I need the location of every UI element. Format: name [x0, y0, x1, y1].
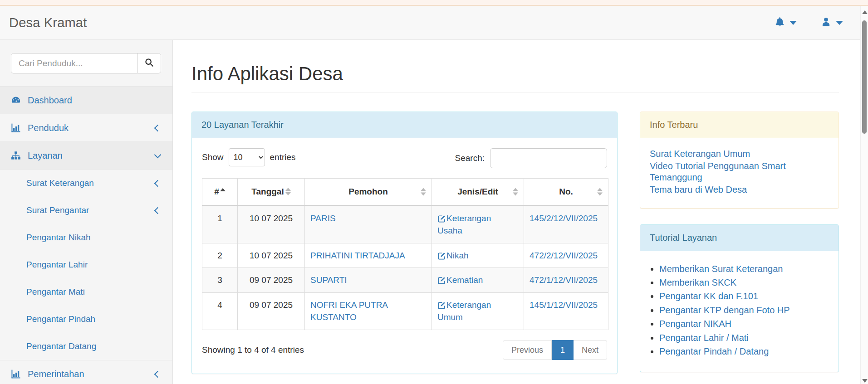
scrollbar-down-arrow-icon[interactable]: [862, 379, 868, 383]
tutorial-list-item: Pengantar KTP dengan Foto HP: [659, 303, 829, 317]
sidebar-item-pengantar-datang[interactable]: Pengantar Datang: [0, 333, 172, 360]
search-icon: [144, 58, 154, 69]
panel-layanan-terakhir: 20 Layanan Terakhir Show 10 entries Sear…: [191, 112, 618, 374]
table-search-control: Search:: [455, 148, 607, 168]
layanan-submenu: Surat Keterangan Surat Pengantar Pengant…: [0, 169, 172, 360]
sidebar-item-label: Pengantar Mati: [26, 287, 160, 297]
sidebar-item-pengantar-lahir[interactable]: Pengantar Lahir: [0, 251, 172, 278]
table-row: 2 10 07 2025 PRIHATINI TIRTADJAJA Nikah …: [202, 243, 608, 268]
datatable-footer: Showing 1 to 4 of 4 entries Previous 1 N…: [202, 340, 607, 360]
entries-select[interactable]: 10: [229, 148, 265, 166]
jenis-edit-link[interactable]: Keterangan Usaha: [437, 214, 491, 236]
account-menu[interactable]: [820, 16, 843, 29]
tutorial-list-item: Pengantar NIKAH: [659, 317, 829, 331]
tutorial-link[interactable]: Pengantar Pindah / Datang: [659, 346, 769, 356]
cell-tanggal: 10 07 2025: [238, 205, 305, 243]
cell-num: 1: [202, 205, 238, 243]
column-header-pemohon[interactable]: Pemohon: [305, 179, 432, 206]
top-accent-strip: [0, 0, 868, 6]
sidebar-item-surat-pengantar[interactable]: Surat Pengantar: [0, 197, 172, 224]
page-scrollbar[interactable]: [860, 6, 868, 384]
notifications-menu[interactable]: [774, 16, 797, 29]
sort-icons: [597, 188, 603, 195]
sidebar-item-pemerintahan[interactable]: Pemerintahan: [0, 360, 172, 384]
next-page-button[interactable]: Next: [574, 340, 607, 360]
pemohon-link[interactable]: PRIHATINI TIRTADJAJA: [310, 251, 405, 260]
entries-label: entries: [270, 152, 296, 162]
bar-chart-icon: [11, 369, 22, 379]
cell-num: 3: [202, 268, 238, 293]
tutorial-list-item: Pengantar KK dan F.101: [659, 289, 829, 303]
table-header-row: # Tanggal Pemohon Jenis/Edit: [202, 179, 608, 206]
sidebar-item-label: Pengantar Datang: [26, 341, 160, 351]
sidebar-item-pengantar-mati[interactable]: Pengantar Mati: [0, 278, 172, 306]
navbar: Desa Kramat: [0, 6, 860, 40]
chevron-down-icon: [790, 21, 797, 25]
pemohon-link[interactable]: SUPARTI: [310, 275, 347, 285]
tutorial-link[interactable]: Memberikan Surat Keterangan: [659, 264, 783, 274]
info-link[interactable]: Tema baru di Web Desa: [650, 184, 829, 196]
cell-pemohon: NOFRI EKA PUTRA KUSTANTO: [305, 292, 432, 330]
pemohon-link[interactable]: PARIS: [310, 214, 336, 223]
chevron-left-icon: [154, 124, 162, 131]
column-header-tanggal[interactable]: Tanggal: [238, 179, 305, 206]
search-button[interactable]: [137, 53, 161, 73]
previous-page-button[interactable]: Previous: [503, 340, 552, 360]
show-label: Show: [202, 152, 224, 162]
datatable-controls: Show 10 entries Search:: [202, 148, 607, 168]
scrollbar-thumb[interactable]: [862, 20, 867, 134]
sidebar-item-label: Surat Keterangan: [26, 178, 155, 188]
no-link[interactable]: 145/2/12/VII/2025: [530, 214, 598, 223]
sidebar-item-label: Pemerintahan: [28, 369, 155, 379]
no-link[interactable]: 145/1/12/VII/2025: [530, 300, 598, 310]
page-1-button[interactable]: 1: [552, 340, 574, 360]
sidebar-item-penduduk[interactable]: Penduduk: [0, 114, 172, 141]
search-input[interactable]: [11, 53, 137, 73]
table-search-input[interactable]: [490, 148, 607, 168]
sidebar-item-pengantar-pindah[interactable]: Pengantar Pindah: [0, 306, 172, 333]
cell-jenis: Kematian: [432, 268, 524, 293]
pemohon-link[interactable]: NOFRI EKA PUTRA KUSTANTO: [310, 300, 387, 322]
tutorial-link[interactable]: Memberikan SKCK: [659, 277, 736, 287]
info-link[interactable]: Video Tutorial Penggunaan Smart Temanggu…: [650, 160, 829, 184]
tutorial-link[interactable]: Pengantar KTP dengan Foto HP: [659, 305, 790, 315]
tutorial-link[interactable]: Pengantar KK dan F.101: [659, 291, 758, 301]
cell-num: 2: [202, 243, 238, 268]
info-terbaru-links: Surat Keterangan Umum Video Tutorial Pen…: [640, 138, 839, 208]
panel-tutorial-layanan: Tutorial Layanan Memberikan Surat Ketera…: [640, 224, 839, 373]
pencil-square-icon: [437, 252, 446, 260]
jenis-edit-link[interactable]: Kematian: [437, 275, 483, 285]
scrollbar-up-arrow-icon[interactable]: [862, 10, 868, 14]
column-header-num[interactable]: #: [202, 179, 238, 206]
app-brand: Desa Kramat: [9, 15, 87, 30]
sidebar-item-pengantar-nikah[interactable]: Pengantar Nikah: [0, 224, 172, 251]
pencil-square-icon: [437, 214, 446, 223]
tutorial-link[interactable]: Pengantar Lahir / Mati: [659, 333, 749, 343]
chevron-left-icon: [154, 180, 162, 187]
cell-tanggal: 09 07 2025: [238, 268, 305, 293]
chevron-left-icon: [154, 207, 162, 214]
info-link[interactable]: Surat Keterangan Umum: [650, 148, 829, 160]
sidebar-menu: Dashboard Penduduk Layanan Surat Keteran…: [0, 86, 172, 384]
panel-layanan-body: Show 10 entries Search:: [192, 138, 617, 374]
cell-jenis: Keterangan Usaha: [432, 205, 524, 243]
sidebar-item-layanan[interactable]: Layanan: [0, 141, 172, 169]
column-header-jenis[interactable]: Jenis/Edit: [432, 179, 524, 206]
entries-summary: Showing 1 to 4 of 4 entries: [202, 345, 304, 355]
sidebar-item-label: Surat Pengantar: [26, 205, 155, 215]
no-link[interactable]: 472/1/12/VII/2025: [530, 275, 598, 285]
bell-icon: [774, 16, 785, 29]
tutorial-links: Memberikan Surat Keterangan Memberikan S…: [640, 251, 839, 372]
jenis-edit-link[interactable]: Nikah: [437, 251, 469, 260]
tutorial-link[interactable]: Pengantar NIKAH: [659, 319, 731, 329]
sidebar-item-surat-keterangan[interactable]: Surat Keterangan: [0, 170, 172, 197]
sidebar-item-label: Pengantar Pindah: [26, 314, 160, 324]
table-row: 4 09 07 2025 NOFRI EKA PUTRA KUSTANTO Ke…: [202, 292, 608, 330]
sidebar-item-dashboard[interactable]: Dashboard: [0, 86, 172, 114]
cell-no: 145/2/12/VII/2025: [524, 205, 608, 243]
no-link[interactable]: 472/2/12/VII/2025: [530, 251, 598, 260]
sidebar-item-label: Layanan: [28, 151, 155, 161]
chevron-down-icon: [154, 151, 162, 158]
column-header-no[interactable]: No.: [524, 179, 608, 206]
jenis-edit-link[interactable]: Keterangan Umum: [437, 300, 491, 322]
